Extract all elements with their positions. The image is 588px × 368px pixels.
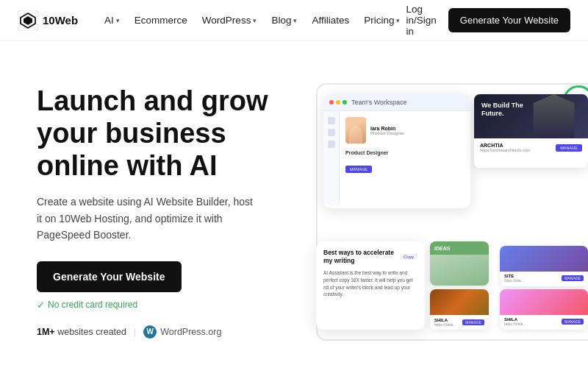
minimize-dot xyxy=(336,100,340,105)
small-card-info-1: SITE https://site... xyxy=(504,274,524,283)
archtia-tagline: We Build The Future. xyxy=(481,102,523,118)
shila-image xyxy=(430,289,489,315)
check-icon: ✓ xyxy=(37,300,45,311)
chevron-down-icon: ▾ xyxy=(253,17,257,24)
nav-item-ecommerce[interactable]: Ecommerce xyxy=(129,10,193,30)
hero-cta-button[interactable]: Generate Your Website xyxy=(37,261,182,292)
logo-text: 10Web xyxy=(43,14,78,26)
archtia-line1: We Build The xyxy=(481,102,523,110)
profile-name: Iara Robin xyxy=(370,126,404,131)
shila-card: SHILA https://shila... MANAGE xyxy=(430,289,489,330)
preview-container: 90 Team's Workspace xyxy=(316,94,588,330)
archtia-card: We Build The Future. ARCHTIA https://arc… xyxy=(474,94,588,168)
chevron-down-icon: ▾ xyxy=(396,17,400,24)
ideas-image-bg xyxy=(430,255,489,286)
shila-manage-button[interactable]: MANAGE xyxy=(462,319,484,325)
navigation: 10Web AI ▾ Ecommerce WordPress ▾ Blog ▾ … xyxy=(0,0,588,41)
ideas-label: IDEAS xyxy=(434,246,450,251)
shila-footer: SHILA https://shila... MANAGE xyxy=(430,315,489,330)
workspace-title: Team's Workspace xyxy=(351,99,407,106)
chevron-down-icon: ▾ xyxy=(116,17,120,24)
profile-info: Iara Robin Product Designer xyxy=(370,126,404,135)
wordpress-badge: W WordPress.org xyxy=(143,325,221,339)
maximize-dot xyxy=(343,100,347,105)
small-card-image-1 xyxy=(500,246,588,272)
workspace-main: Iara Robin Product Designer Product Desi… xyxy=(340,111,470,205)
small-card-1: SITE https://site... MANAGE xyxy=(500,246,588,286)
ideas-bar: IDEAS xyxy=(430,241,489,255)
nav-links: AI ▾ Ecommerce WordPress ▾ Blog ▾ Affili… xyxy=(98,10,406,30)
assistant-title: Best ways to accelerate my writing xyxy=(323,249,400,265)
avatar xyxy=(345,117,366,144)
window-dots xyxy=(329,100,347,105)
archtia-background: We Build The Future. xyxy=(474,94,588,138)
archtia-manage-button[interactable]: MANAGE xyxy=(556,144,582,152)
nav-item-pricing[interactable]: Pricing ▾ xyxy=(358,10,406,30)
archtia-info: ARCHTIA https://archtiaarchitects.com MA… xyxy=(474,138,588,157)
archtia-line2: Future. xyxy=(481,110,523,118)
copy-badge[interactable]: Copy xyxy=(400,254,417,260)
small-card-2: SHILA https://shila... MANAGE xyxy=(500,289,588,330)
hero-section: Launch and grow your business online wit… xyxy=(0,41,588,368)
archtia-details: ARCHTIA https://archtiaarchitects.com xyxy=(480,143,530,152)
wordpress-icon: W xyxy=(143,325,157,339)
hero-content: Launch and grow your business online wit… xyxy=(37,85,316,338)
sidebar-icon xyxy=(328,129,335,136)
right-cards: SITE https://site... MANAGE SHILA https:… xyxy=(500,246,588,330)
close-dot xyxy=(329,100,334,105)
ideas-body xyxy=(430,255,489,286)
ideas-card: IDEAS xyxy=(430,241,489,286)
ai-assistant-card: Best ways to accelerate my writing Copy … xyxy=(316,241,425,330)
shila-info: SHILA https://shila... xyxy=(434,318,456,327)
hero-title: Launch and grow your business online wit… xyxy=(37,85,316,182)
profile-card: Iara Robin Product Designer xyxy=(345,117,465,144)
workspace-card: Team's Workspace Ia xyxy=(323,94,470,208)
nav-cta-button[interactable]: Generate Your Website xyxy=(448,8,570,32)
no-credit-card-notice: ✓ No credit card required xyxy=(37,300,316,311)
stat-count: 1M+ websites created xyxy=(37,327,126,337)
nav-actions: Log in/Sign in Generate Your Website xyxy=(406,4,570,37)
hero-description: Create a website using AI Website Builde… xyxy=(37,194,257,243)
workspace-body: Iara Robin Product Designer Product Desi… xyxy=(323,111,470,205)
sidebar-icon xyxy=(328,117,335,124)
small-card-footer-2: SHILA https://shila... MANAGE xyxy=(500,315,588,328)
ideas-image: IDEAS xyxy=(430,241,489,286)
small-card-image-2 xyxy=(500,289,588,315)
hero-preview: 90 Team's Workspace xyxy=(316,71,588,353)
nav-item-blog[interactable]: Blog ▾ xyxy=(265,10,303,30)
manage-button[interactable]: MANAGE xyxy=(345,166,372,173)
small-card-info-2: SHILA https://shila... xyxy=(504,317,526,326)
small-card-footer-1: SITE https://site... MANAGE xyxy=(500,272,588,285)
nav-item-ai[interactable]: AI ▾ xyxy=(98,10,126,30)
nav-item-wordpress[interactable]: WordPress ▾ xyxy=(196,10,263,30)
profile-tagline: Product Designer xyxy=(345,149,465,156)
logo[interactable]: 10Web xyxy=(18,10,78,31)
chevron-down-icon: ▾ xyxy=(293,17,297,24)
assistant-header: Best ways to accelerate my writing Copy xyxy=(323,249,417,265)
assistant-description: AI Assistant is the best way to write an… xyxy=(323,269,417,298)
login-link[interactable]: Log in/Sign in xyxy=(406,4,439,37)
nav-item-affiliates[interactable]: Affiliates xyxy=(306,10,355,30)
workspace-sidebar xyxy=(323,111,340,205)
profile-role: Product Designer xyxy=(370,131,404,135)
small-manage-btn-2[interactable]: MANAGE xyxy=(562,319,584,325)
small-manage-btn-1[interactable]: MANAGE xyxy=(562,275,584,281)
sidebar-icon xyxy=(328,141,335,148)
building-illustration xyxy=(520,94,588,138)
hero-stats: 1M+ websites created | W WordPress.org xyxy=(37,325,316,339)
workspace-header: Team's Workspace xyxy=(323,94,470,111)
